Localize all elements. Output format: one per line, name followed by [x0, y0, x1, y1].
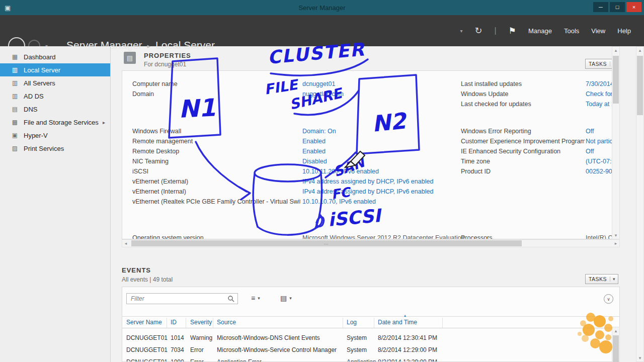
chevron-down-icon[interactable]: ▾ [460, 28, 462, 34]
refresh-icon[interactable]: ↻ [474, 25, 482, 36]
ad-ds-icon: ▥ [11, 93, 19, 100]
scroll-right-icon[interactable]: ▸ [612, 240, 619, 247]
page-vertical-scrollbar[interactable]: ▴ ▾ [636, 46, 644, 362]
events-vertical-scrollbar[interactable]: ▴ [612, 327, 620, 362]
sidebar-item-label: AD DS [24, 93, 44, 100]
column-header-severity[interactable]: Severity [190, 319, 215, 326]
cell-source: Application Error [217, 358, 343, 362]
sidebar-item-hyper-v[interactable]: ▣ Hyper-V [0, 129, 110, 142]
cell-log: Application [347, 358, 376, 362]
sidebar: ▦ Dashboard ▥ Local Server ▥ All Servers… [0, 46, 111, 362]
events-panel: ≡ ▾ ▤ ▾ ∨ Server Name ID Severity Source… [122, 287, 620, 362]
column-header-source[interactable]: Source [217, 319, 343, 326]
scrollbar-thumb[interactable] [637, 56, 643, 115]
sidebar-item-all-servers[interactable]: ▥ All Servers [0, 76, 110, 89]
menu-help[interactable]: Help [617, 27, 631, 35]
menu-view[interactable]: View [591, 27, 605, 35]
maximize-button[interactable]: □ [610, 2, 625, 12]
property-row: Last installed updates 7/30/2014 [122, 79, 620, 89]
property-value-link[interactable]: 10.10.10.70, IPv6 enabled [302, 197, 456, 207]
window-title: Server Manager [0, 4, 644, 12]
property-row: Windows Update Check for [122, 89, 620, 99]
navbar-right-cluster: ▾ ↻ | ⚑ Manage Tools View Help [460, 15, 631, 46]
property-label: vEthernet (Realtek PCIe GBE Family Contr… [132, 197, 300, 207]
filter-input[interactable] [127, 294, 237, 304]
property-label: Last installed updates [461, 79, 585, 89]
menu-tools[interactable]: Tools [564, 27, 579, 35]
sidebar-item-print-services[interactable]: ▨ Print Services [0, 142, 110, 155]
separator: | [495, 26, 497, 35]
collapse-tile-button[interactable]: ∨ [604, 294, 613, 304]
property-value-link[interactable]: IPv4 address assigned by DHCP, IPv6 enab… [302, 187, 456, 197]
minimize-button[interactable]: ─ [593, 2, 608, 12]
scroll-down-icon[interactable]: ▾ [636, 354, 643, 361]
save-icon: ▤ [280, 294, 287, 302]
scroll-left-icon[interactable]: ◂ [122, 240, 129, 247]
cell-severity: Error [190, 346, 215, 353]
table-row[interactable]: DCNUGGET01 1014 Warning Microsoft-Window… [122, 332, 620, 344]
breadcrumb-current: Local Server [155, 39, 215, 51]
sidebar-item-label: Hyper-V [24, 132, 48, 139]
property-label: Operating system version [132, 233, 300, 239]
expand-arrow-icon[interactable]: ▸ [103, 120, 105, 125]
navigation-bar: ← → ▾ Server Manager ▸ Local Server ▾ ↻ … [0, 15, 644, 46]
scrollbar-thumb[interactable] [613, 335, 619, 362]
property-label: Product ID [461, 166, 585, 176]
property-label: vEthernet (External) [132, 176, 300, 187]
storage-icon: ▩ [11, 119, 19, 126]
property-row: vEthernet (Internal) IPv4 address assign… [122, 187, 620, 197]
events-title: EVENTS [122, 266, 151, 274]
sidebar-item-label: Local Server [24, 66, 60, 74]
breadcrumb-arrow-icon: ▸ [147, 41, 151, 50]
property-row: Customer Experience Improvement Program … [122, 136, 620, 146]
sidebar-item-dns[interactable]: ▤ DNS [0, 103, 110, 116]
sidebar-item-local-server[interactable]: ▥ Local Server [0, 63, 110, 76]
filter-options-button[interactable]: ≡ ▾ [251, 294, 260, 302]
cell-date-time: 8/2/2014 12:30:41 PM [378, 334, 463, 341]
properties-vertical-scrollbar[interactable]: ▴ ▾ [612, 46, 620, 239]
column-header-server-name[interactable]: Server Name [126, 319, 169, 326]
scroll-up-icon[interactable]: ▴ [612, 47, 619, 54]
save-query-button[interactable]: ▤ ▾ [280, 294, 292, 302]
server-icon: ▥ [11, 66, 19, 73]
scrollbar-thumb[interactable]: ⋯ [131, 240, 522, 246]
dns-icon: ▤ [11, 106, 19, 113]
close-button[interactable]: × [626, 2, 641, 12]
chevron-down-icon: ▾ [258, 296, 260, 301]
sidebar-item-label: All Servers [24, 79, 55, 87]
scroll-down-icon[interactable]: ▾ [612, 232, 619, 239]
list-icon: ≡ [251, 294, 255, 302]
property-row: Time zone (UTC-07:00 [122, 156, 620, 166]
column-divider [213, 318, 213, 328]
sidebar-item-label: DNS [24, 106, 37, 113]
sidebar-item-dashboard[interactable]: ▦ Dashboard [0, 50, 110, 63]
property-row: Product ID 00252-900 [122, 166, 620, 176]
properties-horizontal-scrollbar[interactable]: ◂ ⋯ ▸ [122, 239, 620, 247]
cell-source: Microsoft-Windows-Service Control Manage… [217, 346, 343, 353]
property-row: IE Enhanced Security Configuration Off [122, 146, 620, 156]
column-divider [343, 318, 343, 328]
column-divider [374, 318, 374, 328]
column-header-log[interactable]: Log [347, 319, 376, 326]
sidebar-item-ad-ds[interactable]: ▥ AD DS [0, 89, 110, 103]
menu-manage[interactable]: Manage [528, 27, 552, 35]
events-tasks-button[interactable]: TASKS ▾ [585, 274, 618, 284]
cell-server-name: DCNUGGET01 [126, 334, 169, 341]
column-header-date-time[interactable]: Date and Time [378, 319, 463, 326]
events-filter-box [126, 293, 238, 304]
scrollbar-thumb[interactable] [613, 56, 619, 104]
column-divider [186, 318, 186, 328]
sidebar-item-label: Print Services [24, 145, 64, 152]
cell-log: System [347, 334, 376, 341]
scroll-up-icon[interactable]: ▴ [612, 327, 619, 334]
scroll-up-icon[interactable]: ▴ [636, 47, 643, 54]
sidebar-item-file-storage-services[interactable]: ▩ File and Storage Services ▸ [0, 116, 110, 129]
table-row[interactable]: DCNUGGET01 7034 Error Microsoft-Windows-… [122, 344, 620, 356]
properties-tile-icon: ▤ [124, 52, 136, 64]
table-row[interactable]: DCNUGGET01 1000 Error Application Error … [122, 356, 620, 362]
notifications-flag-icon[interactable]: ⚑ [509, 26, 516, 36]
servers-icon: ▥ [11, 79, 19, 86]
search-icon [227, 295, 235, 303]
property-value-link[interactable]: IPv4 address assigned by DHCP, IPv6 enab… [302, 176, 456, 187]
cell-id: 1000 [171, 358, 189, 362]
